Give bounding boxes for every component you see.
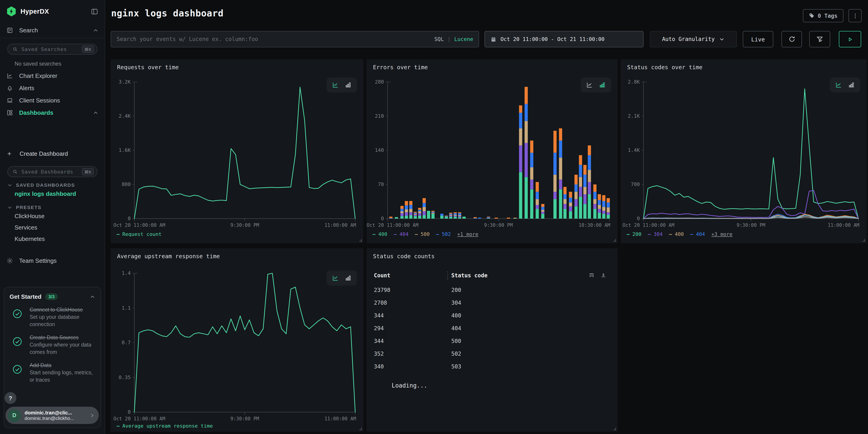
saved-searches-input[interactable]: Saved Searches ⌘K (7, 44, 97, 55)
svg-text:Oct 20 11:00:00 AM: Oct 20 11:00:00 AM (367, 222, 418, 228)
svg-text:Oct 20 11:00:00 AM: Oct 20 11:00:00 AM (114, 222, 165, 228)
logo-row: HyperDX (0, 0, 105, 23)
search-placeholder: Search your events w/ Lucene ex. column:… (117, 36, 434, 42)
calendar-icon (491, 36, 496, 42)
download-icon[interactable] (600, 272, 607, 278)
svg-text:Oct 20 11:00:00 AM: Oct 20 11:00:00 AM (114, 416, 165, 422)
sidebar-item-services[interactable]: Services (0, 222, 105, 233)
refresh-button[interactable] (781, 31, 802, 48)
main-content: nginx logs dashboard 0 Tags Search your … (105, 0, 868, 434)
legend-item: —502 (436, 231, 451, 237)
bell-icon (6, 85, 13, 92)
resize-handle-icon[interactable] (861, 237, 865, 242)
sidebar-item-nginx-logs-dashboard[interactable]: nginx logs dashboard (0, 188, 105, 199)
step-title: Add Data (30, 362, 95, 369)
help-button[interactable]: ? (5, 392, 17, 404)
collapse-sidebar-icon[interactable] (91, 7, 98, 15)
legend-item: —500 (415, 231, 430, 237)
legend-more-link[interactable]: +1 more (457, 231, 478, 237)
saved-dashboards-section-header[interactable]: SAVED DASHBOARDS (0, 177, 105, 188)
svg-text:2.1K: 2.1K (628, 113, 640, 119)
chart-legend: —Average upstream response time (117, 423, 213, 429)
chart-legend: —200—304—400—404+3 more (627, 231, 733, 237)
chevron-up-icon[interactable] (93, 110, 98, 116)
table-row[interactable]: 340503 (367, 360, 618, 373)
resize-handle-icon[interactable] (358, 426, 362, 430)
get-started-progress-badge: 3/3 (45, 293, 58, 300)
svg-text:1.4: 1.4 (122, 270, 131, 276)
more-menu-button[interactable] (848, 9, 862, 22)
column-header-status-code[interactable]: Status code (451, 272, 488, 279)
panel-title: Status code counts (373, 253, 435, 259)
date-range-picker[interactable]: Oct 20 11:00:00 - Oct 21 11:00:00 (485, 31, 644, 48)
brand-name: HyperDX (21, 8, 91, 15)
step-title: Create Data Sources (30, 334, 95, 341)
sidebar-item-dashboards[interactable]: Dashboards (0, 106, 105, 119)
event-search-input[interactable]: Search your events w/ Lucene ex. column:… (111, 31, 479, 48)
live-button[interactable]: Live (743, 31, 773, 48)
column-header-count[interactable]: Count (374, 272, 390, 279)
svg-text:0: 0 (128, 216, 131, 221)
sidebar-item-search[interactable]: Search (0, 23, 105, 38)
table-row[interactable]: 344500 (367, 335, 618, 347)
legend-item: —Request count (117, 231, 161, 237)
chart-line-icon (6, 72, 13, 79)
sidebar-item-team-settings[interactable]: Team Settings (0, 255, 105, 267)
column-resize-handle[interactable] (447, 272, 448, 280)
sidebar-item-clickhouse[interactable]: ClickHouse (0, 210, 105, 222)
resize-handle-icon[interactable] (612, 237, 616, 242)
get-started-step: Connect to ClickHouse Set up your databa… (9, 306, 95, 328)
sql-toggle[interactable]: SQL (434, 36, 444, 42)
svg-text:700: 700 (631, 182, 640, 187)
hyperdx-app: HyperDX Search Saved Searches ⌘K No save… (0, 0, 868, 434)
tag-icon (809, 13, 814, 19)
legend-item: —400 (373, 231, 387, 237)
presets-section-header[interactable]: PRESETS (0, 199, 105, 210)
wrap-lines-icon[interactable] (588, 272, 595, 278)
svg-text:11:00:00 AM: 11:00:00 AM (828, 222, 859, 228)
errors-chart: 280210140700Oct 20 11:00:00 AM9:30:00 PM… (367, 59, 618, 243)
create-dashboard-button[interactable]: Create Dashboard (0, 147, 105, 160)
page-title: nginx logs dashboard (111, 8, 224, 19)
chevron-right-icon (89, 412, 95, 418)
saved-dashboards-input[interactable]: Saved Dashboards ⌘K (7, 166, 97, 177)
user-account-button[interactable]: D dominic.tran@clic... dominic.tran@clic… (5, 407, 99, 424)
chevron-up-icon[interactable] (90, 294, 95, 300)
table-row[interactable]: 344400 (367, 309, 618, 322)
tags-button[interactable]: 0 Tags (803, 9, 843, 22)
plus-icon (6, 151, 12, 156)
table-header: Count Status code (367, 270, 618, 282)
lucene-toggle[interactable]: Lucene (454, 36, 473, 42)
granularity-select[interactable]: Auto Granularity (650, 31, 737, 48)
sidebar-item-kubernetes[interactable]: Kubernetes (0, 233, 105, 245)
resize-handle-icon[interactable] (358, 237, 362, 242)
svg-text:800: 800 (122, 182, 131, 187)
table-row[interactable]: 352502 (367, 347, 618, 360)
filter-icon (816, 35, 824, 43)
shortcut-badge: ⌘K (82, 45, 94, 53)
chevron-up-icon[interactable] (93, 28, 98, 33)
get-started-title: Get Started (9, 293, 41, 300)
legend-more-link[interactable]: +3 more (711, 231, 733, 237)
step-title: Connect to ClickHouse (30, 306, 95, 313)
sidebar-item-alerts[interactable]: Alerts (0, 82, 105, 94)
hyperdx-logo-icon (6, 6, 17, 17)
filter-button[interactable] (809, 31, 830, 48)
svg-text:1.1: 1.1 (122, 305, 131, 311)
run-query-button[interactable] (839, 31, 861, 48)
panel-errors-over-time: Errors over time 280210140700Oct 20 11:0… (367, 59, 618, 243)
dots-vertical-icon (852, 12, 858, 19)
svg-text:2.8K: 2.8K (628, 79, 640, 85)
svg-text:140: 140 (375, 147, 384, 153)
table-row[interactable]: 294404 (367, 322, 618, 335)
sidebar-item-client-sessions[interactable]: Client Sessions (0, 94, 105, 106)
svg-text:11:00:00 AM: 11:00:00 AM (324, 416, 356, 422)
sidebar-item-chart-explorer[interactable]: Chart Explorer (0, 70, 105, 82)
svg-text:1.6K: 1.6K (119, 147, 131, 153)
table-row[interactable]: 2708304 (367, 297, 618, 309)
step-desc: Configure where your data comes from (30, 342, 95, 356)
table-row[interactable]: 23798200 (367, 284, 618, 297)
svg-text:2.4K: 2.4K (119, 113, 131, 119)
loading-text: Loading... (392, 382, 427, 394)
resize-handle-icon[interactable] (612, 426, 616, 430)
